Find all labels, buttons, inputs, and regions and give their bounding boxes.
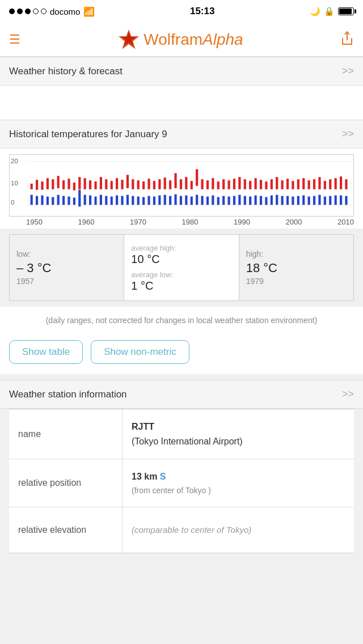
svg-rect-110 — [297, 196, 299, 205]
info-table: name RJTT (Tokyo International Airport) … — [9, 409, 354, 553]
svg-rect-120 — [324, 197, 326, 205]
avg-high-label: average high: — [131, 244, 176, 252]
elevation-value: (comparable to center of Tokyo) — [123, 507, 354, 553]
station-section-title: Weather station information — [9, 389, 127, 400]
show-non-metric-button[interactable]: Show non-metric — [91, 340, 189, 364]
svg-rect-125 — [340, 176, 342, 189]
svg-rect-51 — [142, 181, 145, 189]
historical-title: Historical temperatures for January 9 — [9, 129, 167, 140]
average-container: average high: 10 °C average low: 1 °C — [131, 243, 231, 293]
logo-text: WolframAlpha — [143, 31, 243, 49]
svg-rect-26 — [73, 198, 75, 205]
status-right: 🌙 🔒 — [310, 6, 354, 16]
svg-rect-15 — [47, 178, 49, 189]
svg-rect-9 — [31, 184, 33, 189]
x-label-1980: 1980 — [182, 218, 199, 226]
svg-rect-111 — [302, 178, 305, 189]
x-label-1960: 1960 — [78, 218, 95, 226]
svg-rect-78 — [212, 196, 214, 205]
svg-rect-30 — [84, 195, 86, 205]
svg-rect-87 — [238, 177, 240, 189]
svg-rect-12 — [36, 196, 38, 205]
battery-fill — [339, 9, 352, 14]
station-section-header[interactable]: Weather station information >> — [0, 380, 363, 409]
chart-svg: 20 10 0 — [10, 155, 353, 216]
svg-rect-35 — [100, 177, 102, 189]
table-row: name RJTT (Tokyo International Airport) — [9, 409, 354, 459]
signal-dots — [9, 9, 47, 14]
svg-rect-73 — [201, 179, 203, 189]
svg-rect-60 — [164, 195, 166, 205]
name-label: name — [9, 409, 123, 459]
svg-rect-101 — [276, 177, 278, 189]
signal-dot-3 — [25, 9, 31, 14]
svg-rect-128 — [345, 196, 347, 205]
svg-rect-95 — [260, 180, 262, 189]
svg-rect-62 — [169, 196, 171, 205]
logo-wolfram: Wolfram — [143, 31, 202, 48]
svg-rect-16 — [47, 197, 49, 205]
elevation-label: relative elevation — [9, 507, 123, 553]
svg-rect-112 — [302, 196, 305, 205]
svg-rect-104 — [281, 196, 284, 205]
svg-rect-19 — [57, 176, 60, 188]
low-label: low: — [16, 249, 117, 259]
svg-rect-13 — [41, 181, 43, 190]
svg-rect-119 — [324, 181, 326, 189]
svg-rect-126 — [340, 196, 342, 205]
logo-container: WolframAlpha — [117, 28, 243, 51]
status-left: docomo 📶 — [9, 6, 95, 17]
historical-section-header[interactable]: Historical temperatures for January 9 >> — [0, 120, 363, 149]
svg-rect-23 — [67, 179, 70, 189]
station-chevron: >> — [342, 388, 354, 400]
position-distance: 13 km S — [132, 469, 166, 484]
svg-rect-50 — [137, 197, 140, 205]
low-value: – 3 °C — [16, 261, 117, 276]
logo-alpha: Alpha — [202, 31, 243, 48]
svg-rect-89 — [244, 179, 246, 189]
svg-rect-107 — [292, 181, 294, 189]
svg-rect-70 — [191, 197, 193, 205]
svg-rect-108 — [292, 197, 294, 205]
svg-rect-20 — [57, 195, 60, 205]
svg-rect-41 — [116, 178, 118, 189]
svg-rect-31 — [89, 180, 91, 189]
svg-rect-54 — [147, 196, 150, 205]
status-time: 15:13 — [190, 6, 214, 17]
svg-rect-115 — [313, 179, 315, 189]
svg-rect-122 — [329, 196, 331, 205]
svg-rect-58 — [158, 196, 161, 205]
svg-rect-109 — [297, 179, 299, 189]
weather-station-section: Weather station information >> name RJTT… — [0, 380, 363, 553]
svg-rect-105 — [286, 179, 289, 189]
menu-icon[interactable]: ☰ — [9, 32, 20, 47]
svg-rect-59 — [164, 177, 166, 189]
svg-rect-88 — [238, 195, 240, 205]
chart-x-labels: 1950 1960 1970 1980 1990 2000 2010 — [9, 217, 354, 226]
svg-rect-46 — [126, 195, 129, 205]
x-label-1990: 1990 — [234, 218, 250, 226]
svg-rect-27 — [78, 177, 81, 189]
x-label-1950: 1950 — [26, 218, 43, 226]
avg-high-value: 10 °C — [131, 253, 231, 266]
share-icon[interactable] — [340, 30, 354, 49]
weather-history-section-header[interactable]: Weather history & forecast >> — [0, 57, 363, 86]
svg-rect-33 — [94, 181, 96, 189]
svg-rect-37 — [105, 179, 107, 189]
top-buttons-area — [0, 86, 363, 120]
svg-rect-56 — [153, 197, 155, 205]
svg-rect-100 — [271, 196, 273, 205]
show-table-button[interactable]: Show table — [9, 340, 83, 364]
temperature-chart: 20 10 0 — [9, 154, 354, 217]
svg-text:0: 0 — [11, 200, 14, 206]
svg-rect-11 — [36, 180, 38, 190]
svg-rect-17 — [52, 179, 54, 189]
svg-rect-84 — [227, 197, 230, 205]
carrier-name: docomo — [50, 7, 80, 16]
svg-rect-48 — [132, 196, 134, 205]
svg-rect-106 — [286, 196, 289, 205]
app-header: ☰ WolframAlpha — [0, 23, 363, 57]
avg-low-container: average low: 1 °C — [131, 269, 231, 293]
status-bar: docomo 📶 15:13 🌙 🔒 — [0, 0, 363, 23]
station-full-name: (Tokyo International Airport) — [132, 434, 243, 449]
